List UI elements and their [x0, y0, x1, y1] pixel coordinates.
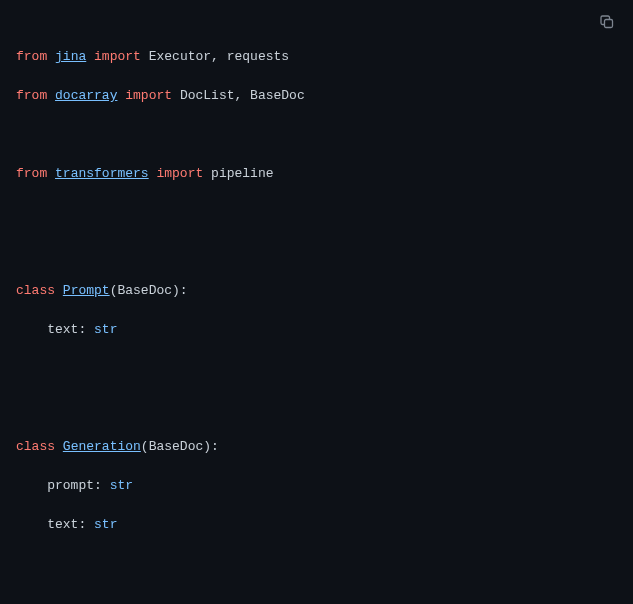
code-line — [16, 203, 617, 223]
code-line — [16, 554, 617, 574]
code-line: text: str — [16, 515, 617, 535]
code-line — [16, 359, 617, 379]
copy-icon — [599, 14, 615, 30]
code-line: prompt: str — [16, 476, 617, 496]
code-line — [16, 125, 617, 145]
code-line: from jina import Executor, requests — [16, 47, 617, 67]
module-link[interactable]: docarray — [55, 88, 117, 103]
class-link[interactable]: Prompt — [63, 283, 110, 298]
code-line: text: str — [16, 320, 617, 340]
code-line: from transformers import pipeline — [16, 164, 617, 184]
svg-rect-0 — [605, 20, 613, 28]
class-link[interactable]: Generation — [63, 439, 141, 454]
code-line: class Generation(BaseDoc): — [16, 437, 617, 457]
module-link[interactable]: jina — [55, 49, 86, 64]
code-line — [16, 398, 617, 418]
copy-button[interactable] — [593, 8, 621, 36]
code-line: class Prompt(BaseDoc): — [16, 281, 617, 301]
module-link[interactable]: transformers — [55, 166, 149, 181]
code-block: from jina import Executor, requests from… — [0, 0, 633, 604]
code-line: from docarray import DocList, BaseDoc — [16, 86, 617, 106]
code-line — [16, 242, 617, 262]
code-line — [16, 593, 617, 604]
